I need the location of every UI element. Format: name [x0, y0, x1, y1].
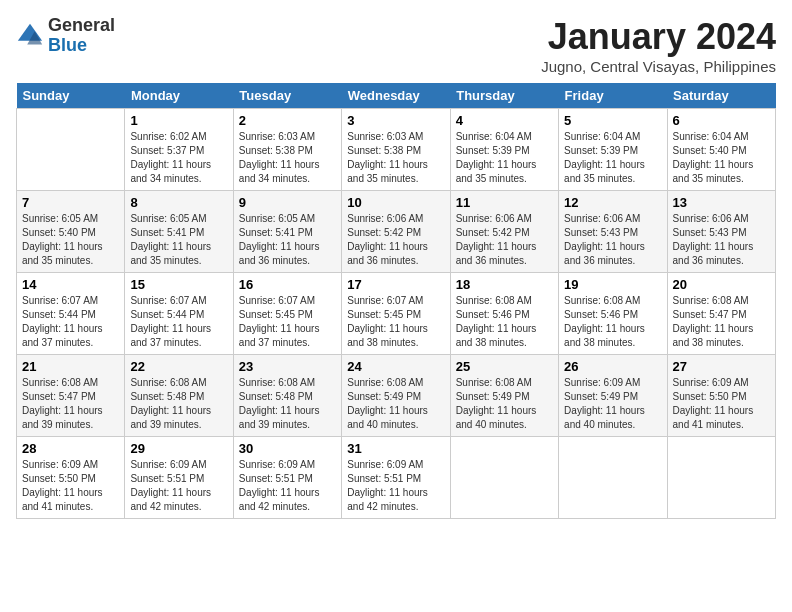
day-info: Sunrise: 6:04 AM Sunset: 5:39 PM Dayligh… [564, 130, 661, 186]
day-number: 11 [456, 195, 553, 210]
day-number: 25 [456, 359, 553, 374]
day-info: Sunrise: 6:06 AM Sunset: 5:42 PM Dayligh… [347, 212, 444, 268]
calendar-cell: 29Sunrise: 6:09 AM Sunset: 5:51 PM Dayli… [125, 437, 233, 519]
day-info: Sunrise: 6:07 AM Sunset: 5:45 PM Dayligh… [347, 294, 444, 350]
day-info: Sunrise: 6:07 AM Sunset: 5:44 PM Dayligh… [22, 294, 119, 350]
day-number: 6 [673, 113, 770, 128]
day-info: Sunrise: 6:05 AM Sunset: 5:41 PM Dayligh… [130, 212, 227, 268]
day-number: 28 [22, 441, 119, 456]
calendar-cell: 30Sunrise: 6:09 AM Sunset: 5:51 PM Dayli… [233, 437, 341, 519]
calendar-cell: 21Sunrise: 6:08 AM Sunset: 5:47 PM Dayli… [17, 355, 125, 437]
day-number: 30 [239, 441, 336, 456]
calendar-week-row: 14Sunrise: 6:07 AM Sunset: 5:44 PM Dayli… [17, 273, 776, 355]
day-info: Sunrise: 6:09 AM Sunset: 5:51 PM Dayligh… [239, 458, 336, 514]
calendar-cell: 13Sunrise: 6:06 AM Sunset: 5:43 PM Dayli… [667, 191, 775, 273]
calendar-cell: 17Sunrise: 6:07 AM Sunset: 5:45 PM Dayli… [342, 273, 450, 355]
day-info: Sunrise: 6:07 AM Sunset: 5:45 PM Dayligh… [239, 294, 336, 350]
day-info: Sunrise: 6:05 AM Sunset: 5:40 PM Dayligh… [22, 212, 119, 268]
calendar-cell: 5Sunrise: 6:04 AM Sunset: 5:39 PM Daylig… [559, 109, 667, 191]
calendar-cell [667, 437, 775, 519]
day-info: Sunrise: 6:08 AM Sunset: 5:47 PM Dayligh… [22, 376, 119, 432]
weekday-header: Tuesday [233, 83, 341, 109]
calendar-cell: 2Sunrise: 6:03 AM Sunset: 5:38 PM Daylig… [233, 109, 341, 191]
calendar-cell: 20Sunrise: 6:08 AM Sunset: 5:47 PM Dayli… [667, 273, 775, 355]
calendar-cell: 9Sunrise: 6:05 AM Sunset: 5:41 PM Daylig… [233, 191, 341, 273]
calendar-cell: 24Sunrise: 6:08 AM Sunset: 5:49 PM Dayli… [342, 355, 450, 437]
calendar-cell: 25Sunrise: 6:08 AM Sunset: 5:49 PM Dayli… [450, 355, 558, 437]
day-number: 26 [564, 359, 661, 374]
day-info: Sunrise: 6:03 AM Sunset: 5:38 PM Dayligh… [347, 130, 444, 186]
calendar-cell: 15Sunrise: 6:07 AM Sunset: 5:44 PM Dayli… [125, 273, 233, 355]
calendar-cell: 31Sunrise: 6:09 AM Sunset: 5:51 PM Dayli… [342, 437, 450, 519]
calendar-cell [450, 437, 558, 519]
calendar-cell: 18Sunrise: 6:08 AM Sunset: 5:46 PM Dayli… [450, 273, 558, 355]
calendar-cell: 12Sunrise: 6:06 AM Sunset: 5:43 PM Dayli… [559, 191, 667, 273]
day-number: 13 [673, 195, 770, 210]
day-info: Sunrise: 6:08 AM Sunset: 5:48 PM Dayligh… [130, 376, 227, 432]
day-number: 5 [564, 113, 661, 128]
day-number: 1 [130, 113, 227, 128]
day-number: 27 [673, 359, 770, 374]
calendar-week-row: 21Sunrise: 6:08 AM Sunset: 5:47 PM Dayli… [17, 355, 776, 437]
calendar-cell: 14Sunrise: 6:07 AM Sunset: 5:44 PM Dayli… [17, 273, 125, 355]
calendar-cell: 19Sunrise: 6:08 AM Sunset: 5:46 PM Dayli… [559, 273, 667, 355]
calendar-cell [17, 109, 125, 191]
weekday-header: Friday [559, 83, 667, 109]
day-info: Sunrise: 6:08 AM Sunset: 5:49 PM Dayligh… [456, 376, 553, 432]
logo-icon [16, 22, 44, 50]
calendar-cell: 11Sunrise: 6:06 AM Sunset: 5:42 PM Dayli… [450, 191, 558, 273]
logo: General Blue [16, 16, 115, 56]
day-info: Sunrise: 6:06 AM Sunset: 5:43 PM Dayligh… [564, 212, 661, 268]
location-subtitle: Jugno, Central Visayas, Philippines [541, 58, 776, 75]
weekday-header: Sunday [17, 83, 125, 109]
calendar-cell: 8Sunrise: 6:05 AM Sunset: 5:41 PM Daylig… [125, 191, 233, 273]
day-number: 17 [347, 277, 444, 292]
logo-general-text: General [48, 16, 115, 36]
calendar-cell: 27Sunrise: 6:09 AM Sunset: 5:50 PM Dayli… [667, 355, 775, 437]
weekday-header-row: SundayMondayTuesdayWednesdayThursdayFrid… [17, 83, 776, 109]
calendar-cell [559, 437, 667, 519]
day-number: 10 [347, 195, 444, 210]
day-number: 14 [22, 277, 119, 292]
day-info: Sunrise: 6:09 AM Sunset: 5:50 PM Dayligh… [673, 376, 770, 432]
day-number: 12 [564, 195, 661, 210]
calendar-week-row: 1Sunrise: 6:02 AM Sunset: 5:37 PM Daylig… [17, 109, 776, 191]
day-number: 15 [130, 277, 227, 292]
day-number: 31 [347, 441, 444, 456]
day-number: 9 [239, 195, 336, 210]
day-number: 3 [347, 113, 444, 128]
day-info: Sunrise: 6:08 AM Sunset: 5:49 PM Dayligh… [347, 376, 444, 432]
day-number: 19 [564, 277, 661, 292]
day-number: 20 [673, 277, 770, 292]
day-number: 16 [239, 277, 336, 292]
day-number: 8 [130, 195, 227, 210]
day-info: Sunrise: 6:07 AM Sunset: 5:44 PM Dayligh… [130, 294, 227, 350]
calendar-cell: 26Sunrise: 6:09 AM Sunset: 5:49 PM Dayli… [559, 355, 667, 437]
page-header: General Blue January 2024 Jugno, Central… [16, 16, 776, 75]
weekday-header: Saturday [667, 83, 775, 109]
weekday-header: Wednesday [342, 83, 450, 109]
calendar-cell: 23Sunrise: 6:08 AM Sunset: 5:48 PM Dayli… [233, 355, 341, 437]
calendar-cell: 16Sunrise: 6:07 AM Sunset: 5:45 PM Dayli… [233, 273, 341, 355]
calendar-cell: 1Sunrise: 6:02 AM Sunset: 5:37 PM Daylig… [125, 109, 233, 191]
title-block: January 2024 Jugno, Central Visayas, Phi… [541, 16, 776, 75]
calendar-cell: 3Sunrise: 6:03 AM Sunset: 5:38 PM Daylig… [342, 109, 450, 191]
day-info: Sunrise: 6:06 AM Sunset: 5:43 PM Dayligh… [673, 212, 770, 268]
day-number: 2 [239, 113, 336, 128]
calendar-table: SundayMondayTuesdayWednesdayThursdayFrid… [16, 83, 776, 519]
day-info: Sunrise: 6:04 AM Sunset: 5:39 PM Dayligh… [456, 130, 553, 186]
day-info: Sunrise: 6:06 AM Sunset: 5:42 PM Dayligh… [456, 212, 553, 268]
calendar-cell: 6Sunrise: 6:04 AM Sunset: 5:40 PM Daylig… [667, 109, 775, 191]
weekday-header: Monday [125, 83, 233, 109]
day-info: Sunrise: 6:05 AM Sunset: 5:41 PM Dayligh… [239, 212, 336, 268]
day-info: Sunrise: 6:04 AM Sunset: 5:40 PM Dayligh… [673, 130, 770, 186]
calendar-cell: 4Sunrise: 6:04 AM Sunset: 5:39 PM Daylig… [450, 109, 558, 191]
day-info: Sunrise: 6:08 AM Sunset: 5:46 PM Dayligh… [564, 294, 661, 350]
logo-blue-text: Blue [48, 36, 115, 56]
day-info: Sunrise: 6:09 AM Sunset: 5:51 PM Dayligh… [130, 458, 227, 514]
month-title: January 2024 [541, 16, 776, 58]
day-info: Sunrise: 6:09 AM Sunset: 5:50 PM Dayligh… [22, 458, 119, 514]
weekday-header: Thursday [450, 83, 558, 109]
calendar-cell: 7Sunrise: 6:05 AM Sunset: 5:40 PM Daylig… [17, 191, 125, 273]
day-info: Sunrise: 6:03 AM Sunset: 5:38 PM Dayligh… [239, 130, 336, 186]
